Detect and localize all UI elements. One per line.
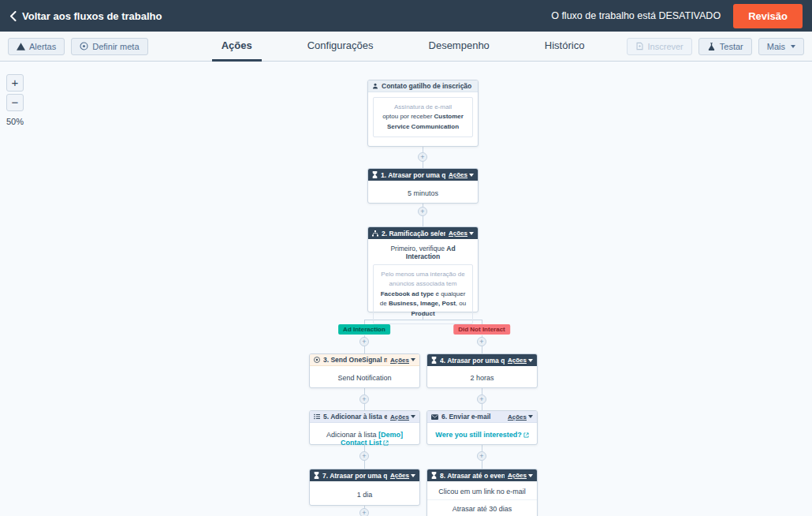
list-icon — [314, 413, 320, 420]
node-actions-menu[interactable]: Ações — [390, 357, 415, 364]
add-action-button[interactable] — [359, 508, 369, 516]
node-title: 7. Atrasar por uma quantidade def... — [322, 472, 387, 480]
branch-condition-text: Facebook ad type é qualquer de Business,… — [378, 290, 468, 319]
email-link[interactable]: Were you still interested? — [435, 431, 528, 439]
trigger-criteria-text: optou por receber Customer Service Commu… — [378, 112, 468, 132]
node-actions-menu[interactable]: Ações — [390, 413, 415, 421]
add-action-button[interactable] — [477, 337, 486, 346]
node-4-delay[interactable]: 4. Atrasar por uma quantidade def... Açõ… — [426, 353, 538, 388]
node-6-send-email[interactable]: 6. Enviar e-mail Ações Were you still in… — [426, 410, 538, 445]
alerts-button[interactable]: Alertas — [8, 38, 65, 55]
node-body-text: Send Notification — [310, 366, 419, 387]
node-body-text: 2 horas — [427, 366, 537, 387]
chevron-down-icon — [411, 358, 415, 361]
node-body-text: 1 dia — [310, 481, 419, 503]
node-actions-menu[interactable]: Ações — [508, 413, 533, 421]
node-actions-menu[interactable]: Ações — [508, 357, 533, 364]
more-label: Mais — [767, 42, 785, 51]
node-enrollment-trigger[interactable]: Contato gatilho de inscrição Assinatura … — [367, 80, 479, 147]
add-action-button[interactable] — [477, 451, 486, 461]
enroll-person-icon — [635, 42, 644, 50]
chevron-down-icon — [528, 359, 533, 362]
add-action-button[interactable] — [359, 337, 369, 346]
tab-bar: Ações Configurações Desempenho Histórico — [180, 32, 627, 61]
person-icon — [372, 83, 378, 89]
tab-settings[interactable]: Configurações — [298, 32, 383, 62]
node-title: 2. Ramificação se/então — [382, 230, 445, 237]
node-2-branch[interactable]: 2. Ramificação se/então Ações Primeiro, … — [367, 226, 479, 312]
add-action-button[interactable] — [418, 152, 427, 162]
tab-actions[interactable]: Ações — [212, 32, 262, 62]
zoom-in-button[interactable]: + — [6, 74, 24, 92]
node-actions-menu[interactable]: Ações — [390, 472, 415, 479]
enroll-label: Inscrever — [648, 42, 683, 51]
chevron-down-icon — [528, 415, 533, 418]
node-body: Adicionar à lista [Demo] Contact List — [310, 423, 419, 451]
node-title: 4. Atrasar por uma quantidade def... — [440, 357, 505, 365]
node-title: Contato gatilho de inscrição — [382, 82, 474, 90]
node-actions-menu[interactable]: Ações — [508, 472, 533, 479]
node-body-text: 5 minutos — [368, 181, 478, 202]
node-body-text: Atrasar até 30 dias — [427, 500, 537, 516]
workflow-status-text: O fluxo de trabalho está DESATIVADO — [551, 10, 721, 21]
chevron-left-icon — [9, 11, 17, 21]
set-goal-button[interactable]: Definir meta — [71, 38, 147, 55]
tab-performance[interactable]: Desempenho — [419, 32, 499, 62]
branch-check-text: Primeiro, verifique Ad Interaction — [373, 245, 473, 260]
test-button[interactable]: Testar — [698, 38, 752, 55]
node-3-onesignal-notification[interactable]: 3. Send OneSignal notification Ações Sen… — [309, 353, 420, 388]
node-7-delay[interactable]: 7. Atrasar por uma quantidade def... Açõ… — [309, 469, 420, 506]
branch-condition-muted: Pelo menos uma interação de anúncios ass… — [378, 270, 468, 290]
more-button[interactable]: Mais — [758, 38, 804, 55]
back-link[interactable]: Voltar aos fluxos de trabalho — [9, 10, 162, 22]
node-body-text: Adicionar à lista — [326, 431, 378, 439]
external-link-icon — [522, 431, 529, 439]
warning-triangle-icon — [17, 43, 25, 50]
node-title: 5. Adicionar à lista estática — [323, 413, 387, 421]
trigger-criteria-label: Assinatura de e-mail — [378, 103, 468, 112]
add-action-button[interactable] — [359, 394, 369, 404]
zoom-controls: + − 50% — [6, 74, 24, 126]
set-goal-label: Definir meta — [92, 42, 139, 51]
envelope-icon — [431, 414, 438, 420]
branch-icon — [372, 230, 378, 237]
hourglass-icon — [431, 472, 437, 479]
hourglass-icon — [314, 472, 319, 479]
node-title: 3. Send OneSignal notification — [323, 356, 387, 364]
chevron-down-icon — [469, 232, 474, 235]
external-link-icon — [382, 439, 389, 447]
node-1-delay[interactable]: 1. Atrasar por uma quantidade def... Açõ… — [367, 168, 479, 204]
zoom-out-button[interactable]: − — [6, 94, 24, 111]
top-bar: Voltar aos fluxos de trabalho O fluxo de… — [0, 0, 812, 32]
node-8-delay-until-event[interactable]: 8. Atrasar até o evento ocorrer Ações Cl… — [426, 469, 538, 516]
review-button[interactable]: Revisão — [733, 4, 803, 28]
chevron-down-icon — [791, 45, 795, 48]
toolbar: Alertas Definir meta Ações Configurações… — [0, 32, 812, 62]
add-action-button[interactable] — [477, 394, 486, 404]
workflow-canvas[interactable]: + − 50% Ad Interaction Did Not Interact … — [0, 62, 812, 516]
flask-icon — [707, 42, 716, 51]
branch-label-yes[interactable]: Ad Interaction — [338, 324, 390, 335]
hourglass-icon — [372, 171, 378, 178]
branch-label-no[interactable]: Did Not Interact — [453, 324, 510, 335]
node-title: 1. Atrasar por uma quantidade def... — [381, 171, 445, 179]
tab-history[interactable]: Histórico — [535, 32, 594, 62]
chevron-down-icon — [411, 415, 415, 418]
node-title: 6. Enviar e-mail — [441, 413, 505, 421]
node-body: Were you still interested? — [427, 423, 537, 443]
chevron-down-icon — [469, 174, 474, 177]
test-label: Testar — [720, 42, 743, 51]
add-action-button[interactable] — [418, 207, 427, 216]
alerts-label: Alertas — [29, 42, 56, 51]
node-actions-menu[interactable]: Ações — [449, 230, 474, 237]
target-icon — [80, 42, 88, 50]
add-action-button[interactable] — [359, 451, 369, 461]
onesignal-bell-icon — [314, 357, 320, 363]
node-body-text: Clicou em um link no e-mail — [427, 481, 537, 500]
zoom-level: 50% — [6, 117, 24, 126]
chevron-down-icon — [528, 474, 533, 477]
node-actions-menu[interactable]: Ações — [449, 171, 474, 178]
node-5-add-to-static-list[interactable]: 5. Adicionar à lista estática Ações Adic… — [309, 410, 420, 445]
chevron-down-icon — [411, 474, 415, 477]
enroll-button[interactable]: Inscrever — [627, 38, 692, 55]
